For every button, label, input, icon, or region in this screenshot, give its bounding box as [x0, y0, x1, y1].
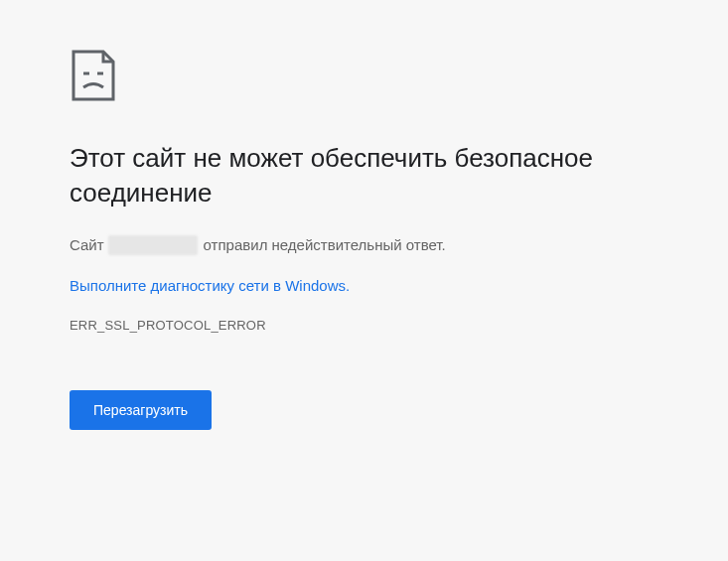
subtext-suffix: отправил недействительный ответ.: [204, 234, 446, 257]
diagnostic-link[interactable]: Выполните диагностику сети в Windows.: [70, 277, 350, 294]
error-code: ERR_SSL_PROTOCOL_ERROR: [70, 318, 658, 333]
error-heading: Этот сайт не может обеспечить безопасное…: [70, 141, 658, 210]
reload-button[interactable]: Перезагрузить: [70, 390, 212, 430]
subtext-prefix: Сайт: [70, 234, 104, 257]
error-subtext: Сайт отправил недействительный ответ.: [70, 234, 658, 257]
sad-page-icon: [70, 50, 658, 101]
redacted-hostname: [108, 235, 198, 255]
